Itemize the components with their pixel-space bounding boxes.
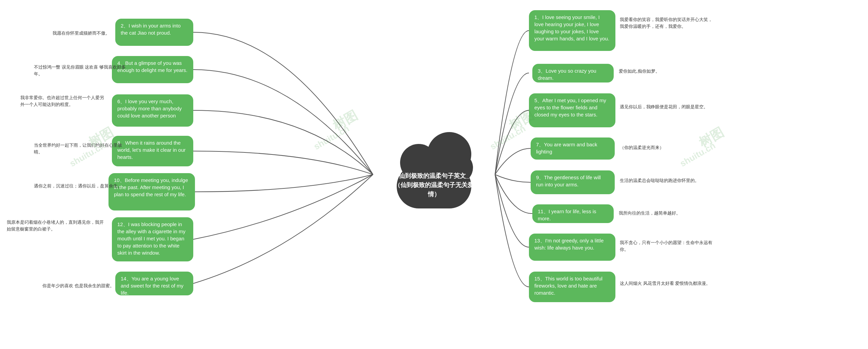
watermark-8: shuitu.cn (678, 140, 717, 169)
node-L10: 10、Before meeting you, indulge in the pa… (108, 173, 195, 210)
mind-map-container: 仙到极致的温柔句子英文_（仙到极致的温柔句子无关爱情） 2、I wish in … (0, 0, 868, 349)
watermark-6: shuitu.cn (488, 123, 528, 152)
watermark-7: 树图 (696, 124, 727, 151)
node-R1: 1、I love seeing your smile, I love heari… (529, 10, 615, 51)
label-R13: 我不贪心，只有一个小小的愿望：生命中永远有你。 (620, 239, 715, 253)
node-L12: 12、I was blocking people in the alley wi… (112, 217, 193, 261)
center-title: 仙到极致的温柔句子英文_（仙到极致的温柔句子无关爱情） (390, 171, 478, 199)
node-R5: 5、After I met you, I opened my eyes to t… (529, 93, 615, 127)
node-R9: 9、The gentleness of life will run into y… (531, 170, 615, 194)
label-L10: 遇你之前，沉迷过往；遇你以后，盘算余生。 (34, 183, 122, 189)
watermark-3: 树图 (330, 107, 360, 134)
label-R9: 生活的温柔总会哒哒哒的跑进你怀里的。 (620, 177, 699, 184)
label-R5: 遇见你以后，我睁眼便是花田，闭眼是星空。 (620, 104, 708, 110)
label-L8: 当全世界约好一起下雨，让我们约好在心里放晴。 (34, 142, 129, 155)
label-R3: 爱你如此,痴你如梦。 (619, 68, 660, 75)
node-R7: 7、You are warm and back lighting (531, 137, 615, 160)
node-L2: 2、I wish in your arms into the cat Jiao … (115, 19, 193, 46)
node-L14: 14、You are a young love and sweet for th… (115, 272, 193, 295)
label-L14: 你是年少的喜欢 也是我余生的甜蜜。 (42, 282, 114, 289)
label-L4: 不过惊鸿一瞥 误见你眉眼 这欢喜 够我喜欢好多年。 (34, 64, 129, 77)
node-L6: 6、I love you very much, probably more th… (112, 94, 193, 127)
node-R15: 15、This world is too beautiful fireworks… (529, 272, 615, 302)
label-L12: 我原本是叼着烟在小巷堵人的，直到遇见你，我开始留意橱窗里的白裙子。 (7, 219, 105, 232)
node-R3: 3、Love you so crazy you dream. (532, 64, 614, 82)
label-L2: 我愿在你怀里成猫娇而不傲。 (53, 30, 110, 37)
label-R7: （你的温柔逆光而来） (620, 144, 664, 151)
label-L6: 我非常爱你。也许超过世上任何一个人爱另外一个人可能达到的程度。 (20, 94, 105, 108)
watermark-4: shuitu.cn (312, 123, 351, 152)
label-R15: 这人间烟火 风花雪月太好看 爱恨情仇都浪漫。 (620, 280, 710, 287)
node-R13: 13、I'm not greedy, only a little wish: l… (529, 234, 615, 261)
label-R11: 我所向往的生活，越简单越好。 (619, 210, 680, 217)
center-node: 仙到极致的温柔句子英文_（仙到极致的温柔句子无关爱情） (390, 141, 478, 208)
label-R1: 我爱看你的笑容，我爱听你的笑话并开心大笑，我爱你温暖的手，还有，我爱你。 (620, 16, 715, 30)
node-R11: 11、I yearn for life, less is more. (532, 204, 614, 223)
